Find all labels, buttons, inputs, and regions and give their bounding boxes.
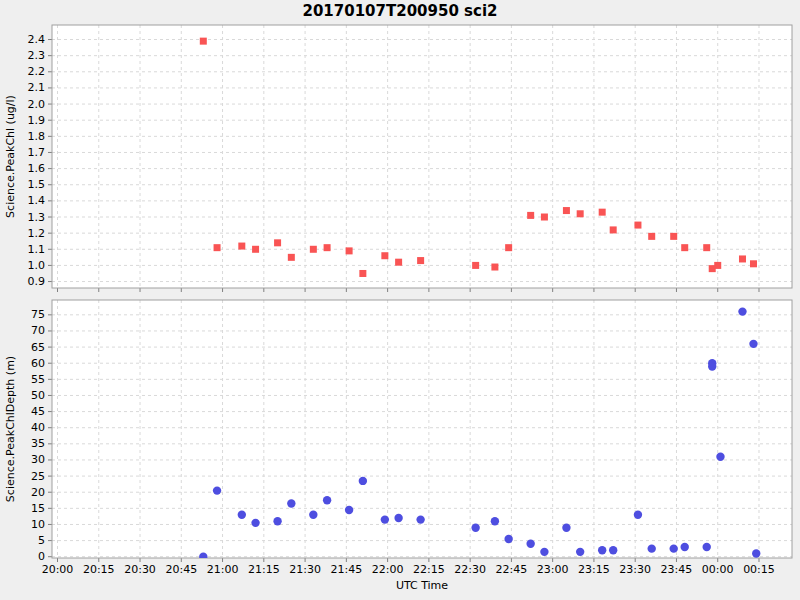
data-point [648, 544, 656, 552]
x-axis-label: UTC Time [396, 579, 448, 592]
data-point [323, 496, 331, 504]
y-tick-label: 1.1 [28, 243, 46, 256]
data-point [251, 519, 259, 527]
data-point [395, 259, 402, 266]
data-point [562, 523, 570, 531]
data-point [238, 243, 245, 250]
data-point [749, 340, 757, 348]
y-tick-label: 2.2 [28, 65, 46, 78]
data-point [213, 486, 221, 494]
data-point [310, 246, 317, 253]
x-tick-label: 00:15 [743, 563, 775, 576]
data-point [609, 546, 617, 554]
data-point [648, 233, 655, 240]
data-point [200, 38, 207, 45]
data-point [563, 207, 570, 214]
x-tick-label: 23:30 [619, 563, 651, 576]
data-point [471, 523, 479, 531]
data-point [576, 548, 584, 556]
y-tick-label: 75 [31, 308, 45, 321]
data-point [309, 511, 317, 519]
data-point [703, 244, 710, 251]
x-tick-label: 21:00 [207, 563, 239, 576]
scatter-plots-svg: 0.91.01.11.21.31.41.51.61.71.81.92.02.12… [0, 0, 800, 600]
data-point [634, 222, 641, 229]
y-tick-label: 25 [31, 470, 45, 483]
y-tick-label: 1.4 [28, 194, 46, 207]
data-point [610, 226, 617, 233]
y-tick-label: 35 [31, 437, 45, 450]
x-tick-label: 22:30 [454, 563, 486, 576]
data-point [681, 244, 688, 251]
y-tick-label: 1.9 [28, 114, 46, 127]
data-point [394, 514, 402, 522]
y-tick-label: 45 [31, 405, 45, 418]
data-point [324, 244, 331, 251]
x-tick-label: 22:45 [496, 563, 528, 576]
y-tick-label: 1.0 [28, 259, 46, 272]
data-point [577, 210, 584, 217]
data-point [703, 543, 711, 551]
x-tick-label: 20:45 [165, 563, 197, 576]
y-tick-label: 70 [31, 324, 45, 337]
data-point [708, 362, 716, 370]
y-tick-label: 1.8 [28, 130, 46, 143]
data-point [381, 515, 389, 523]
x-tick-label: 22:15 [413, 563, 445, 576]
data-point [670, 233, 677, 240]
data-point [238, 511, 246, 519]
subplot-1: 0.91.01.11.21.31.41.51.61.71.81.92.02.12… [4, 25, 792, 292]
data-point [359, 477, 367, 485]
x-tick-label: 23:45 [661, 563, 693, 576]
x-tick-label: 23:15 [578, 563, 610, 576]
y-tick-label: 2.0 [28, 98, 46, 111]
data-point [417, 257, 424, 264]
data-point [359, 270, 366, 277]
data-point [634, 511, 642, 519]
data-point [491, 264, 498, 271]
data-point [738, 307, 746, 315]
data-point [273, 517, 281, 525]
subplot-2: 20:0020:1520:3020:4521:0021:1521:3021:45… [4, 300, 792, 592]
y-tick-label: 1.6 [28, 162, 46, 175]
x-tick-label: 00:00 [702, 563, 734, 576]
y-tick-label: 1.5 [28, 178, 46, 191]
data-point [287, 499, 295, 507]
data-point [540, 548, 548, 556]
data-point [274, 239, 281, 246]
data-point [214, 244, 221, 251]
chart-figure: 20170107T200950 sci2 0.91.01.11.21.31.41… [0, 0, 800, 600]
y-axis-label: Science.PeakChl (ug/l) [4, 95, 17, 218]
data-point [739, 255, 746, 262]
x-tick-label: 21:30 [289, 563, 321, 576]
data-point [599, 209, 606, 216]
data-point [505, 244, 512, 251]
y-tick-label: 0 [38, 550, 45, 563]
data-point [670, 544, 678, 552]
data-point [472, 262, 479, 269]
data-point [752, 549, 760, 557]
y-tick-label: 0.9 [28, 275, 46, 288]
data-point [504, 535, 512, 543]
y-tick-label: 1.2 [28, 227, 46, 240]
x-tick-label: 20:30 [124, 563, 156, 576]
y-tick-label: 55 [31, 373, 45, 386]
data-point [716, 453, 724, 461]
x-tick-label: 21:15 [248, 563, 280, 576]
data-point [252, 246, 259, 253]
y-tick-label: 2.1 [28, 81, 46, 94]
y-tick-label: 2.4 [28, 33, 46, 46]
y-tick-label: 60 [31, 357, 45, 370]
data-point [381, 252, 388, 259]
data-point [527, 212, 534, 219]
data-point [598, 546, 606, 554]
y-tick-label: 40 [31, 421, 45, 434]
data-point [681, 543, 689, 551]
y-tick-label: 1.7 [28, 146, 46, 159]
y-tick-label: 2.3 [28, 49, 46, 62]
y-tick-label: 20 [31, 486, 45, 499]
y-tick-label: 1.3 [28, 211, 46, 224]
x-tick-label: 20:15 [83, 563, 115, 576]
y-tick-label: 10 [31, 518, 45, 531]
plot-area [52, 25, 792, 288]
